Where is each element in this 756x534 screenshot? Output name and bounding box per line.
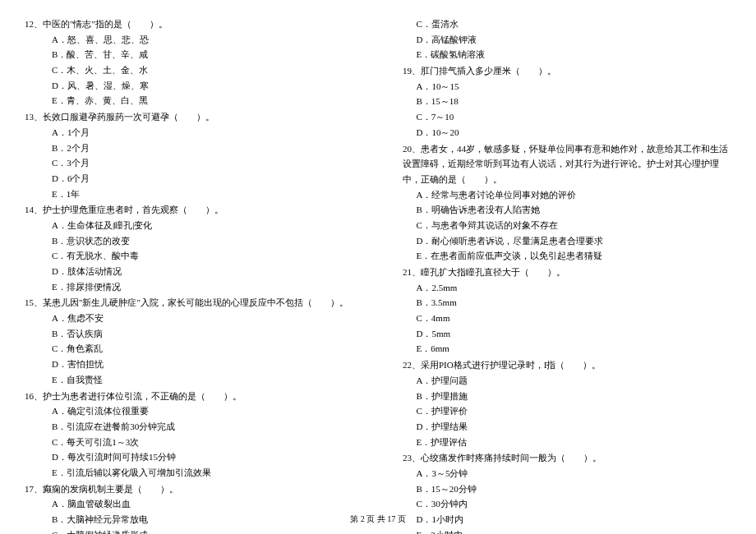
option-item: B．2个月 xyxy=(52,140,353,156)
options-list: A．经常与患者讨论单位同事对她的评价B．明确告诉患者没有人陷害她C．与患者争辩其… xyxy=(403,187,731,264)
option-item: D．害怕担忧 xyxy=(52,357,353,372)
question-block: 22、采用PIO格式进行护理记录时，I指（ ）。A．护理问题B．护理措施C．护理… xyxy=(403,357,731,449)
option-item: C．蛋清水 xyxy=(417,16,732,32)
question-text: 22、采用PIO格式进行护理记录时，I指（ ）。 xyxy=(403,357,731,373)
question-block: 17、癫痫的发病机制主要是（ ）。A．脑血管破裂出血B．大脑神经元异常放电C．大… xyxy=(25,481,353,534)
option-item: E．自我责怪 xyxy=(52,372,353,388)
option-item: A．确定引流体位很重要 xyxy=(52,403,353,419)
option-item: E．碳酸氢钠溶液 xyxy=(417,47,732,62)
option-item: B．护理措施 xyxy=(417,389,732,404)
option-item: E．排尿排便情况 xyxy=(52,279,353,295)
option-item: E．青、赤、黄、白、黑 xyxy=(52,93,353,108)
option-item: E．护理评估 xyxy=(417,435,732,450)
question-text: 15、某患儿因"新生儿硬肿症"入院，家长可能出现的心理反应中不包括（ ）。 xyxy=(25,295,353,311)
option-item: B．15～18 xyxy=(417,94,732,109)
option-item: B．明确告诉患者没有人陷害她 xyxy=(417,202,732,218)
question-text: 23、心绞痛发作时疼痛持续时间一般为（ ）。 xyxy=(403,450,731,466)
option-item: C．木、火、土、金、水 xyxy=(52,62,353,78)
option-item: C．护理评价 xyxy=(417,403,732,419)
option-item: D．高锰酸钾液 xyxy=(417,32,732,48)
option-item: E．1年 xyxy=(52,186,353,202)
option-item: A．10～15 xyxy=(417,79,732,94)
options-list: A．焦虑不安B．否认疾病C．角色紊乱D．害怕担忧E．自我责怪 xyxy=(25,311,353,387)
option-item: E．在患者面前应低声交谈，以免引起患者猜疑 xyxy=(417,248,732,264)
option-item: C．3个月 xyxy=(52,155,353,171)
option-item: D．护理结果 xyxy=(417,419,732,435)
option-item: C．每天可引流1～3次 xyxy=(52,435,353,450)
options-list: A．10～15B．15～18C．7～10D．10～20 xyxy=(403,79,731,140)
option-item: C．与患者争辩其说话的对象不存在 xyxy=(417,218,732,233)
option-item: B．引流应在进餐前30分钟完成 xyxy=(52,419,353,435)
option-item: B．15～20分钟 xyxy=(417,481,732,497)
option-item: A．生命体征及|瞳孔|变化 xyxy=(52,218,353,233)
question-block: 21、瞳孔扩大指瞳孔直径大于（ ）。A．2.5mmB．3.5mmC．4mmD．5… xyxy=(403,265,731,357)
page-footer: 第 2 页 共 17 页 xyxy=(0,512,756,526)
option-item: A．经常与患者讨论单位同事对她的评价 xyxy=(417,187,732,203)
options-list: A．确定引流体位很重要B．引流应在进餐前30分钟完成C．每天可引流1～3次D．每… xyxy=(25,403,353,480)
option-item: C．大脑假神经递质形成 xyxy=(52,527,353,534)
option-item: D．5mm xyxy=(417,326,732,342)
option-item: E．6mm xyxy=(417,341,732,357)
option-item: B．否认疾病 xyxy=(52,326,353,342)
option-item: A．焦虑不安 xyxy=(52,311,353,326)
option-item: A．3～5分钟 xyxy=(417,466,732,481)
option-item: D．10～20 xyxy=(417,125,732,140)
question-block: C．蛋清水D．高锰酸钾液E．碳酸氢钠溶液 xyxy=(403,16,731,62)
option-item: C．4mm xyxy=(417,311,732,326)
option-item: A．脑血管破裂出血 xyxy=(52,496,353,512)
option-item: E．引流后辅以雾化吸入可增加引流效果 xyxy=(52,465,353,481)
option-item: B．酸、苦、甘、辛、咸 xyxy=(52,47,353,62)
question-text: 13、长效口服避孕药服药一次可避孕（ ）。 xyxy=(25,109,353,125)
question-block: 15、某患儿因"新生儿硬肿症"入院，家长可能出现的心理反应中不包括（ ）。A．焦… xyxy=(25,295,353,387)
option-item: C．有无脱水、酸中毒 xyxy=(52,248,353,264)
option-item: A．1个月 xyxy=(52,125,353,140)
options-list: A．护理问题B．护理措施C．护理评价D．护理结果E．护理评估 xyxy=(403,373,731,449)
question-text: 14、护士护理危重症患者时，首先观察（ ）。 xyxy=(25,202,353,218)
question-block: 16、护士为患者进行体位引流，不正确的是（ ）。A．确定引流体位很重要B．引流应… xyxy=(25,389,353,481)
options-list: A．2.5mmB．3.5mmC．4mmD．5mmE．6mm xyxy=(403,280,731,357)
option-item: D．耐心倾听患者诉说，尽量满足患者合理要求 xyxy=(417,233,732,249)
question-block: 20、患者女，44岁，敏感多疑，怀疑单位同事有意和她作对，故意给其工作和生活设置… xyxy=(403,141,731,265)
question-block: 14、护士护理危重症患者时，首先观察（ ）。A．生命体征及|瞳孔|变化B．意识状… xyxy=(25,202,353,294)
question-block: 19、肛门排气插入多少厘米（ ）。A．10～15B．15～18C．7～10D．1… xyxy=(403,63,731,140)
options-list: C．蛋清水D．高锰酸钾液E．碳酸氢钠溶液 xyxy=(403,16,731,62)
options-list: A．怒、喜、思、悲、恐B．酸、苦、甘、辛、咸C．木、火、土、金、水D．风、暑、湿… xyxy=(25,32,353,108)
option-item: C．7～10 xyxy=(417,109,732,125)
question-text: 21、瞳孔扩大指瞳孔直径大于（ ）。 xyxy=(403,265,731,280)
option-item: A．护理问题 xyxy=(417,373,732,389)
question-text: 16、护士为患者进行体位引流，不正确的是（ ）。 xyxy=(25,389,353,404)
option-item: D．每次引流时间可持续15分钟 xyxy=(52,449,353,465)
option-item: B．3.5mm xyxy=(417,295,732,311)
options-list: A．生命体征及|瞳孔|变化B．意识状态的改变C．有无脱水、酸中毒D．肢体活动情况… xyxy=(25,218,353,294)
question-text: 17、癫痫的发病机制主要是（ ）。 xyxy=(25,481,353,497)
question-block: 13、长效口服避孕药服药一次可避孕（ ）。A．1个月B．2个月C．3个月D．6个… xyxy=(25,109,353,201)
option-item: C．角色紊乱 xyxy=(52,341,353,357)
question-text: 20、患者女，44岁，敏感多疑，怀疑单位同事有意和她作对，故意给其工作和生活设置… xyxy=(403,141,731,187)
option-item: B．意识状态的改变 xyxy=(52,233,353,249)
option-item: A．怒、喜、思、悲、恐 xyxy=(52,32,353,48)
option-item: D．风、暑、湿、燥、寒 xyxy=(52,78,353,94)
options-list: A．1个月B．2个月C．3个月D．6个月E．1年 xyxy=(25,125,353,201)
option-item: E．2小时内 xyxy=(417,527,732,534)
option-item: D．肢体活动情况 xyxy=(52,264,353,279)
question-block: 12、中医的"情志"指的是（ ）。A．怒、喜、思、悲、恐B．酸、苦、甘、辛、咸C… xyxy=(25,16,353,108)
question-text: 19、肛门排气插入多少厘米（ ）。 xyxy=(403,63,731,79)
question-text: 12、中医的"情志"指的是（ ）。 xyxy=(25,16,353,32)
option-item: D．6个月 xyxy=(52,171,353,186)
option-item: C．30分钟内 xyxy=(417,496,732,512)
option-item: A．2.5mm xyxy=(417,280,732,296)
